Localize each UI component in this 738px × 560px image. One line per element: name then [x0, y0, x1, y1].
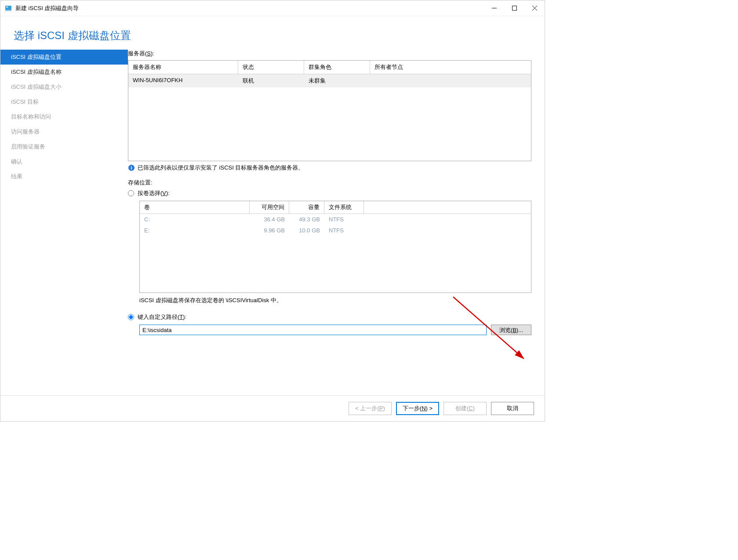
server-status-cell: 联机 [238, 74, 304, 87]
radio-custom-path-label: 键入自定义路径(T): [138, 313, 186, 321]
radio-custom-path-input[interactable] [128, 314, 134, 320]
vol-c-fs: NTFS [324, 214, 364, 225]
nav-step-auth: 启用验证服务 [0, 139, 128, 154]
col-spacer [364, 201, 531, 213]
volume-header: 卷 可用空间 容量 文件系统 [140, 201, 531, 214]
server-role-cell: 未群集 [304, 74, 370, 87]
maximize-button[interactable] [504, 0, 524, 16]
svg-rect-2 [5, 11, 11, 11]
window-title: 新建 iSCSI 虚拟磁盘向导 [15, 4, 484, 12]
wizard-window: 新建 iSCSI 虚拟磁盘向导 选择 iSCSI 虚拟磁盘位置 iSCSI 虚拟… [0, 0, 545, 422]
svg-rect-3 [512, 6, 516, 11]
vol-c-name: C: [140, 214, 250, 225]
info-icon: i [128, 164, 135, 171]
info-row: i 已筛选此列表以便仅显示安装了 iSCSI 目标服务器角色的服务器。 [128, 164, 531, 172]
col-server-role[interactable]: 群集角色 [304, 61, 370, 74]
body: iSCSI 虚拟磁盘位置 iSCSI 虚拟磁盘名称 iSCSI 虚拟磁盘大小 i… [0, 50, 545, 395]
nav-step-name[interactable]: iSCSI 虚拟磁盘名称 [0, 65, 128, 79]
server-label: 服务器(S): [128, 50, 531, 58]
vol-c-cap: 49.3 GB [289, 214, 324, 225]
svg-text:i: i [131, 165, 132, 170]
col-filesystem[interactable]: 文件系统 [324, 201, 364, 213]
col-volume[interactable]: 卷 [140, 201, 250, 213]
window-controls [484, 0, 545, 16]
nav-step-target-name: 目标名称和访问 [0, 109, 128, 124]
create-button: 创建(C) [444, 402, 487, 415]
radio-by-volume[interactable]: 按卷选择(V): [128, 189, 531, 197]
vol-e-free: 9.96 GB [250, 225, 289, 236]
custom-path-row: 浏览(B)... [139, 325, 531, 335]
close-button[interactable] [524, 0, 545, 16]
custom-path-input[interactable] [139, 325, 487, 335]
nav-step-target: iSCSI 目标 [0, 94, 128, 109]
volume-row-e[interactable]: E: 9.96 GB 10.0 GB NTFS [140, 225, 531, 236]
col-capacity[interactable]: 容量 [289, 201, 324, 213]
col-free[interactable]: 可用空间 [250, 201, 289, 213]
info-text: 已筛选此列表以便仅显示安装了 iSCSI 目标服务器角色的服务器。 [138, 164, 304, 172]
server-owner-cell [370, 74, 531, 87]
nav-sidebar: iSCSI 虚拟磁盘位置 iSCSI 虚拟磁盘名称 iSCSI 虚拟磁盘大小 i… [0, 50, 128, 395]
main-content: 服务器(S): 服务器名称 状态 群集角色 所有者节点 WIN-5UNI6I7O… [128, 50, 545, 395]
svg-rect-1 [6, 7, 8, 7]
nav-step-confirm: 确认 [0, 154, 128, 169]
app-icon [5, 5, 12, 12]
nav-step-size: iSCSI 虚拟磁盘大小 [0, 79, 128, 94]
nav-step-result: 结果 [0, 169, 128, 184]
page-title: 选择 iSCSI 虚拟磁盘位置 [14, 29, 531, 43]
previous-button: < 上一步(P) [349, 402, 392, 415]
next-button[interactable]: 下一步(N) > [396, 402, 439, 415]
vol-c-free: 36.4 GB [250, 214, 289, 225]
vol-e-name: E: [140, 225, 250, 236]
vol-e-fs: NTFS [324, 225, 364, 236]
vol-e-cap: 10.0 GB [289, 225, 324, 236]
nav-step-access: 访问服务器 [0, 124, 128, 139]
col-server-name[interactable]: 服务器名称 [128, 61, 238, 74]
cancel-button[interactable]: 取消 [491, 402, 534, 415]
storage-label: 存储位置: [128, 179, 531, 187]
radio-by-volume-input[interactable] [128, 190, 134, 196]
volume-table[interactable]: 卷 可用空间 容量 文件系统 C: 36.4 GB 49.3 GB NTFS E… [139, 201, 531, 293]
minimize-button[interactable] [484, 0, 504, 16]
browse-button[interactable]: 浏览(B)... [491, 325, 531, 335]
header-section: 选择 iSCSI 虚拟磁盘位置 [0, 16, 545, 50]
svg-rect-0 [5, 6, 11, 10]
volume-row-c[interactable]: C: 36.4 GB 49.3 GB NTFS [140, 214, 531, 225]
server-table[interactable]: 服务器名称 状态 群集角色 所有者节点 WIN-5UNI6I7OFKH 联机 未… [128, 60, 531, 161]
footer: < 上一步(P) 下一步(N) > 创建(C) 取消 [0, 395, 545, 421]
titlebar: 新建 iSCSI 虚拟磁盘向导 [0, 0, 545, 16]
col-server-owner[interactable]: 所有者节点 [370, 61, 531, 74]
volume-note: iSCSI 虚拟磁盘将保存在选定卷的 \iSCSIVirtualDisk 中。 [139, 296, 531, 304]
col-server-status[interactable]: 状态 [238, 61, 304, 74]
radio-custom-path[interactable]: 键入自定义路径(T): [128, 313, 531, 321]
server-name-cell: WIN-5UNI6I7OFKH [128, 74, 238, 87]
nav-step-location[interactable]: iSCSI 虚拟磁盘位置 [0, 50, 128, 65]
radio-by-volume-label: 按卷选择(V): [138, 189, 170, 197]
server-table-header: 服务器名称 状态 群集角色 所有者节点 [128, 61, 531, 74]
server-row[interactable]: WIN-5UNI6I7OFKH 联机 未群集 [128, 74, 531, 87]
